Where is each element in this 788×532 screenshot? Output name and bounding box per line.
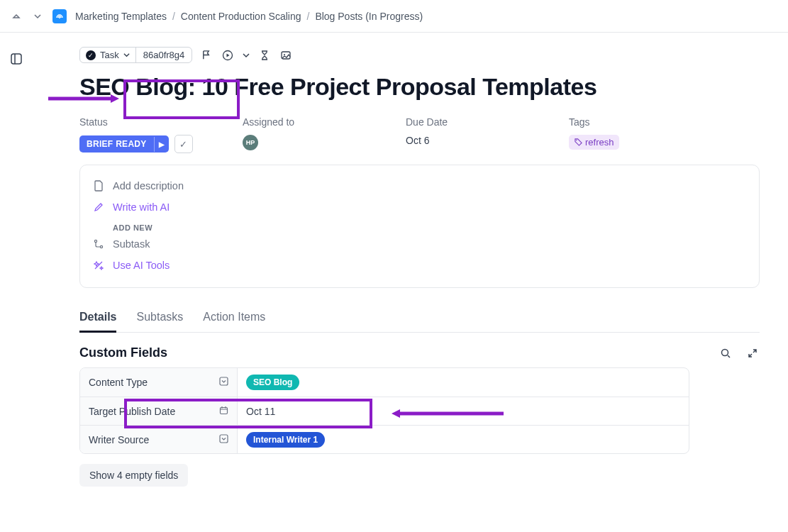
custom-field-row[interactable]: Content Type SEO Blog: [80, 368, 689, 397]
custom-fields-table: Content Type SEO Blog Target Publish Dat…: [79, 367, 689, 454]
sparkle-icon: [93, 260, 104, 271]
assignee-avatar[interactable]: HP: [243, 135, 258, 150]
status-chip[interactable]: BRIEF READY ▶: [79, 135, 169, 153]
dropdown-field-icon: [219, 377, 228, 388]
svg-line-12: [728, 355, 730, 358]
dropdown-field-icon: [219, 434, 228, 445]
due-date-value[interactable]: Oct 6: [406, 135, 519, 146]
task-type-label: Task: [100, 50, 119, 60]
custom-fields-heading: Custom Fields: [79, 345, 167, 360]
add-description-button[interactable]: Add description: [93, 175, 746, 196]
tab-details[interactable]: Details: [79, 306, 116, 332]
svg-marker-20: [392, 409, 400, 418]
use-ai-tools-button[interactable]: Use AI Tools: [93, 255, 746, 276]
chevron-down-icon: [123, 52, 130, 58]
status-advance-icon[interactable]: ▶: [154, 137, 169, 152]
breadcrumb-item[interactable]: Content Production Scaling: [181, 11, 301, 22]
svg-point-8: [576, 140, 577, 140]
image-icon[interactable]: [279, 48, 293, 62]
custom-field-row[interactable]: Target Publish Date Oct 11: [80, 397, 689, 425]
svg-point-7: [284, 54, 285, 55]
tags-label: Tags: [569, 116, 682, 128]
status-value: BRIEF READY: [79, 135, 154, 153]
description-panel: Add description Write with AI ADD NEW Su…: [79, 165, 760, 288]
workspace-icon: [52, 9, 67, 23]
svg-rect-18: [220, 435, 228, 443]
hourglass-icon[interactable]: [257, 48, 272, 62]
assigned-label: Assigned to: [243, 116, 356, 128]
cf-key-label: Writer Source: [89, 434, 149, 445]
write-with-ai-button[interactable]: Write with AI: [93, 196, 746, 218]
calendar-field-icon: [219, 406, 228, 417]
cf-key-label: Content Type: [89, 377, 148, 388]
breadcrumb: Marketing Templates / Content Production…: [75, 11, 423, 22]
tag-icon: [575, 138, 582, 146]
cf-value-pill[interactable]: Internal Writer 1: [246, 432, 325, 448]
sidebar-toggle-icon[interactable]: [10, 52, 24, 67]
search-icon[interactable]: [718, 346, 733, 360]
play-circle-icon[interactable]: [221, 48, 235, 62]
custom-field-row[interactable]: Writer Source Internal Writer 1: [80, 425, 689, 453]
expand-icon[interactable]: [745, 346, 760, 360]
cf-key-label: Target Publish Date: [89, 406, 175, 417]
add-new-heading: ADD NEW: [93, 218, 746, 233]
breadcrumb-item[interactable]: Blog Posts (In Progress): [315, 11, 423, 22]
tag-label: refresh: [585, 137, 614, 148]
svg-point-0: [59, 17, 60, 18]
tab-subtasks[interactable]: Subtasks: [136, 306, 183, 332]
task-id[interactable]: 86a0fr8g4: [136, 48, 192, 62]
flag-icon[interactable]: [199, 48, 213, 62]
svg-rect-14: [221, 407, 228, 414]
annotation-arrow: [390, 407, 504, 420]
cf-value-text[interactable]: Oct 11: [246, 406, 275, 417]
tab-action-items[interactable]: Action Items: [203, 306, 265, 332]
nav-back-button[interactable]: [10, 10, 23, 23]
add-subtask-button[interactable]: Subtask: [93, 233, 746, 255]
pencil-icon: [93, 201, 104, 213]
document-icon: [93, 180, 104, 192]
subtask-icon: [93, 238, 104, 250]
task-type-control[interactable]: Task 86a0fr8g4: [79, 47, 192, 63]
chevron-down-icon[interactable]: [242, 48, 250, 62]
task-status-dot-icon: [86, 50, 96, 60]
due-date-label: Due Date: [406, 116, 519, 128]
cf-value-pill[interactable]: SEO Blog: [246, 375, 299, 390]
svg-rect-1: [11, 54, 21, 64]
show-empty-fields-button[interactable]: Show 4 empty fields: [79, 464, 188, 487]
tag-chip[interactable]: refresh: [569, 135, 619, 150]
svg-point-10: [100, 245, 102, 248]
complete-button[interactable]: ✓: [174, 135, 193, 153]
breadcrumb-separator: /: [306, 11, 309, 22]
svg-marker-4: [111, 94, 119, 103]
status-label: Status: [79, 116, 193, 128]
nav-forward-button[interactable]: [31, 10, 44, 23]
svg-point-11: [722, 349, 728, 355]
breadcrumb-item[interactable]: Marketing Templates: [75, 11, 167, 22]
breadcrumb-separator: /: [172, 11, 175, 22]
svg-point-9: [94, 240, 96, 242]
annotation-arrow: [48, 94, 119, 104]
svg-rect-13: [220, 377, 228, 385]
page-title[interactable]: SEO Blog: 10 Free Project Proposal Templ…: [79, 73, 760, 101]
